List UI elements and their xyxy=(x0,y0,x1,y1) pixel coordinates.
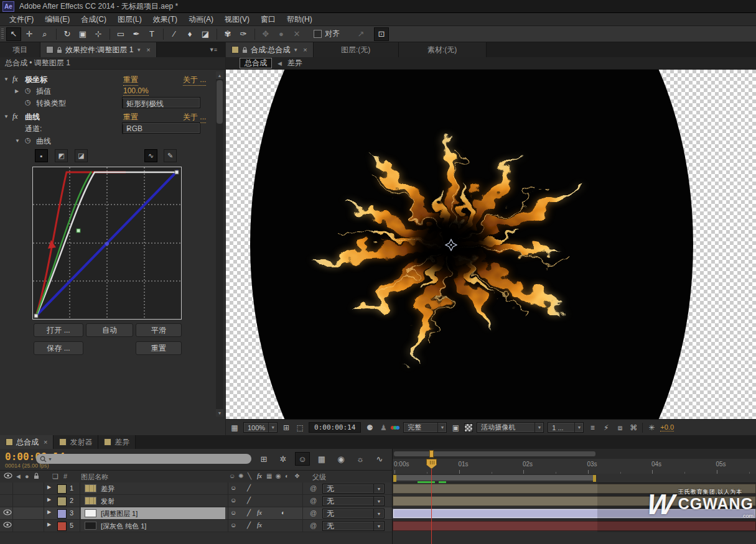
exposure-icon[interactable]: ✳ xyxy=(646,423,656,432)
curve-size-medium-button[interactable]: ◩ xyxy=(55,149,68,162)
menu-item-7[interactable]: 窗口 xyxy=(255,13,281,26)
layer-label-color[interactable] xyxy=(57,522,67,531)
clone-stamp-tool[interactable]: ♦ xyxy=(182,27,197,41)
tab-dropdown-icon[interactable]: ▼ xyxy=(293,47,298,53)
menu-item-3[interactable]: 图层(L) xyxy=(112,13,147,26)
video-column-icon[interactable] xyxy=(4,473,12,480)
time-ruler[interactable]: 0:00s01s02s03s04s05s xyxy=(393,459,756,474)
rectangle-tool[interactable]: ▭ xyxy=(113,27,128,41)
timeline-tab-1[interactable]: 发射器 xyxy=(54,435,98,449)
draft-3d-button[interactable]: ✲ xyxy=(276,452,291,466)
curve-size-small-button[interactable]: ▪ xyxy=(35,149,48,162)
timeline-search-input[interactable]: ▼ xyxy=(36,454,251,464)
unified-camera-tool[interactable]: ▣ xyxy=(75,27,90,41)
layer-label-color[interactable] xyxy=(57,497,67,506)
eraser-tool[interactable]: ◪ xyxy=(198,27,213,41)
green-curve-point[interactable] xyxy=(77,229,80,233)
lock-column-icon[interactable] xyxy=(34,473,39,481)
layer-name[interactable]: [深灰色 纯色 1] xyxy=(101,522,146,531)
menu-item-4[interactable]: 效果(T) xyxy=(147,13,183,26)
roto-brush-tool[interactable]: ✾ xyxy=(220,27,235,41)
layer-quality-switch[interactable]: ╱ xyxy=(247,497,251,504)
curves-open-button[interactable]: 打开 ... xyxy=(34,323,83,337)
work-area-start-handle[interactable] xyxy=(393,475,396,482)
show-snapshot-icon[interactable]: ♟ xyxy=(378,423,388,432)
layer-row-2[interactable]: ▶2发射☺╱@无▼ xyxy=(0,495,392,507)
comp-navigator-prev[interactable]: 差异 xyxy=(287,58,302,68)
curves-auto-button[interactable]: 自动 xyxy=(86,323,133,337)
panel-menu-icon[interactable]: ▼≡ xyxy=(209,47,225,53)
snapshot-icon[interactable]: ⚈ xyxy=(365,423,375,432)
tab-effect-controls[interactable]: 效果控件:调整图层 1 ▼ × xyxy=(40,42,157,57)
comp-flowchart-icon[interactable]: ⧈ xyxy=(615,423,625,432)
about-link[interactable]: 关于 ... xyxy=(183,112,206,123)
frame-blending-button[interactable]: ▦ xyxy=(314,452,329,466)
layer-row-1[interactable]: ▶1差异☺╱@无▼ xyxy=(0,482,392,495)
layer-name[interactable]: [调整图层 1] xyxy=(101,509,138,519)
scroll-up-icon[interactable]: ▲ xyxy=(216,71,223,79)
lock-icon[interactable] xyxy=(57,47,62,53)
effect-panel-scrollbar[interactable]: ▲ ▼ xyxy=(216,71,223,417)
curve-start-point[interactable] xyxy=(34,314,38,318)
parent-dropdown[interactable]: 无▼ xyxy=(322,521,385,531)
layer-quality-switch[interactable]: ╱ xyxy=(247,522,251,528)
layer-expand-icon[interactable]: ▶ xyxy=(47,522,51,527)
transparency-grid-icon[interactable] xyxy=(464,423,473,432)
timeline-tab-0[interactable]: 总合成× xyxy=(0,435,54,449)
local-axis-mode[interactable]: ✥ xyxy=(258,27,273,41)
exposure-value[interactable]: +0.0 xyxy=(660,423,674,431)
layer-visibility-eye-icon[interactable] xyxy=(3,509,12,517)
region-of-interest-icon[interactable]: ⬚ xyxy=(295,423,305,432)
navigator-cti-marker[interactable] xyxy=(429,450,434,458)
tab-close-icon[interactable]: × xyxy=(44,438,47,446)
timeline-button-icon[interactable]: ≡ xyxy=(587,423,597,432)
composition-viewer[interactable] xyxy=(226,70,756,419)
tab-composition[interactable]: 合成:总合成 ▼ × xyxy=(226,42,314,57)
mini-flowchart-icon[interactable]: ⌘ xyxy=(628,423,638,432)
layer-shy-switch[interactable]: ☺ xyxy=(230,509,236,516)
stopwatch-icon[interactable]: ◷ xyxy=(25,86,31,95)
layer-shy-switch[interactable]: ☺ xyxy=(230,497,236,504)
view-layout-dropdown[interactable]: 1 ... ▼ xyxy=(548,422,584,433)
parent-pickwhip-icon[interactable]: @ xyxy=(310,522,317,529)
effect-polar-header[interactable]: ▼ fx 极坐标 重置 关于 ... xyxy=(0,73,212,85)
motion-blur-button[interactable]: ◉ xyxy=(334,452,348,466)
convert-type-dropdown[interactable]: 矩形到极线 ▼ xyxy=(122,97,200,108)
safe-guides-icon[interactable]: ⊞ xyxy=(281,423,291,432)
curves-save-button[interactable]: 保存 ... xyxy=(34,341,83,355)
magnification-dropdown[interactable]: 100% ▼ xyxy=(243,422,278,433)
show-channel-icon[interactable] xyxy=(392,426,399,430)
menu-item-0[interactable]: 文件(F) xyxy=(4,13,39,26)
effect-curves-header[interactable]: ▼ fx 曲线 重置 关于 ... xyxy=(0,111,212,122)
solo-column-icon[interactable]: ● xyxy=(25,473,29,480)
layer-label-color[interactable] xyxy=(57,509,67,519)
resolution-dropdown[interactable]: 完整 ▼ xyxy=(403,422,447,433)
twirl-down-icon[interactable]: ▼ xyxy=(15,138,20,144)
tab-project[interactable]: 项目 xyxy=(0,42,40,57)
parent-pickwhip-icon[interactable]: @ xyxy=(310,497,317,504)
param-value[interactable]: 100.0% xyxy=(123,86,149,96)
always-preview-icon[interactable]: ▦ xyxy=(230,423,240,432)
tab-close-icon[interactable]: × xyxy=(146,46,150,53)
parent-column-label[interactable]: 父级 xyxy=(312,473,326,482)
toolbar-grip[interactable] xyxy=(1,29,4,40)
pan-behind-tool[interactable]: ⊹ xyxy=(91,27,106,41)
pen-tool[interactable]: ✒ xyxy=(129,27,144,41)
time-navigator[interactable] xyxy=(393,449,756,459)
shy-layers-button[interactable]: ☺ xyxy=(295,452,310,466)
parent-pickwhip-icon[interactable]: @ xyxy=(310,509,317,517)
layer-adjustment-switch[interactable]: ◐ xyxy=(281,509,285,516)
roi-toggle-icon[interactable]: ▣ xyxy=(450,423,460,432)
curves-reset-button[interactable]: 重置 xyxy=(136,341,182,355)
work-area-track[interactable] xyxy=(393,474,756,483)
menu-item-1[interactable]: 编辑(E) xyxy=(39,13,75,26)
hand-tool[interactable]: ✛ xyxy=(22,27,37,41)
curve-end-point[interactable] xyxy=(175,170,179,174)
channel-dropdown[interactable]: RGB ▼ xyxy=(122,122,200,134)
parent-dropdown[interactable]: 无▼ xyxy=(322,484,385,494)
menu-item-8[interactable]: 帮助(H) xyxy=(281,13,318,26)
reset-link[interactable]: 重置 xyxy=(123,112,138,123)
scroll-down-icon[interactable]: ▼ xyxy=(216,409,223,417)
layer-name-column-label[interactable]: 图层名称 xyxy=(81,473,108,482)
curves-graph[interactable] xyxy=(32,167,182,320)
